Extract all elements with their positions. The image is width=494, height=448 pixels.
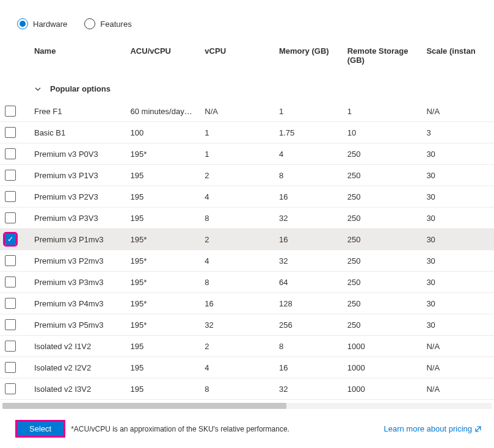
cell-memory: 32 <box>274 208 343 229</box>
group-label: Popular options <box>50 84 111 93</box>
table-row[interactable]: ✓Premium v3 P1mv3195*21625030 <box>0 229 494 250</box>
cell-vcpu: 8 <box>200 378 274 400</box>
row-checkbox[interactable] <box>5 191 16 202</box>
sku-table: Name ACU/vCPU vCPU Memory (GB) Remote St… <box>0 40 494 406</box>
cell-scale: 30 <box>421 143 494 165</box>
select-button[interactable]: Select <box>17 422 64 436</box>
cell-acu: 60 minutes/day… <box>125 101 200 122</box>
cell-remote: 250 <box>343 143 422 165</box>
cell-name: Premium v3 P3V3 <box>29 208 126 229</box>
table-row[interactable]: Premium v3 P3mv3195*86425030 <box>0 272 494 293</box>
cell-name: Premium v3 P2V3 <box>29 186 126 208</box>
cell-vcpu: N/A <box>200 101 274 122</box>
row-checkbox[interactable]: ✓ <box>5 234 16 245</box>
row-checkbox[interactable] <box>5 383 16 394</box>
row-checkbox[interactable] <box>5 362 16 373</box>
cell-acu: 195 <box>125 186 200 208</box>
cell-vcpu: 4 <box>200 357 274 378</box>
cell-remote: 1000 <box>343 357 422 378</box>
cell-memory: 16 <box>274 357 343 378</box>
cell-acu: 195 <box>125 378 200 400</box>
cell-name: Premium v3 P5mv3 <box>29 314 126 336</box>
cell-vcpu: 4 <box>200 250 274 272</box>
footnote-text: *ACU/vCPU is an approximation of the SKU… <box>71 425 289 433</box>
table-row[interactable]: Premium v3 P4mv3195*1612825030 <box>0 293 494 314</box>
cell-acu: 100 <box>125 122 200 143</box>
cell-remote: 250 <box>343 165 422 186</box>
radio-label: Features <box>100 20 131 29</box>
table-row[interactable]: Premium v3 P0V3195*1425030 <box>0 143 494 165</box>
row-checkbox[interactable] <box>5 148 16 159</box>
row-checkbox[interactable] <box>5 170 16 181</box>
cell-name: Isolated v2 I1V2 <box>29 336 126 357</box>
cell-vcpu: 32 <box>200 314 274 336</box>
row-checkbox[interactable] <box>5 106 16 117</box>
cell-vcpu: 2 <box>200 229 274 250</box>
table-row[interactable]: Premium v3 P3V319583225030 <box>0 208 494 229</box>
table-row[interactable]: Isolated v2 I2V21954161000N/A <box>0 357 494 378</box>
table-scroll[interactable]: Name ACU/vCPU vCPU Memory (GB) Remote St… <box>0 40 494 406</box>
row-checkbox[interactable] <box>5 276 16 287</box>
col-remote[interactable]: Remote Storage (GB) <box>343 40 422 77</box>
horizontal-scrollbar[interactable] <box>2 403 492 409</box>
radio-hardware[interactable]: Hardware <box>17 18 67 29</box>
table-row[interactable]: Basic B110011.75103 <box>0 122 494 143</box>
row-checkbox[interactable] <box>5 127 16 138</box>
cell-acu: 195* <box>125 250 200 272</box>
learn-more-link[interactable]: Learn more about pricing <box>383 424 482 433</box>
cell-name: Premium v3 P0V3 <box>29 143 126 165</box>
table-row[interactable]: Isolated v2 I1V2195281000N/A <box>0 336 494 357</box>
cell-acu: 195 <box>125 208 200 229</box>
table-row[interactable]: Premium v3 P2mv3195*43225030 <box>0 250 494 272</box>
view-radio-group: Hardware Features <box>0 0 494 40</box>
table-row[interactable]: Premium v3 P5mv3195*3225625030 <box>0 314 494 336</box>
radio-features[interactable]: Features <box>84 18 131 29</box>
cell-name: Premium v3 P3mv3 <box>29 272 126 293</box>
cell-memory: 8 <box>274 336 343 357</box>
cell-scale: 30 <box>421 250 494 272</box>
cell-memory: 256 <box>274 314 343 336</box>
cell-remote: 10 <box>343 122 422 143</box>
col-scale[interactable]: Scale (instan <box>421 40 494 77</box>
scrollbar-thumb[interactable] <box>2 403 286 409</box>
cell-acu: 195* <box>125 272 200 293</box>
cell-remote: 250 <box>343 208 422 229</box>
table-row[interactable]: Premium v3 P2V319541625030 <box>0 186 494 208</box>
cell-acu: 195 <box>125 336 200 357</box>
col-vcpu[interactable]: vCPU <box>200 40 274 77</box>
cell-name: Basic B1 <box>29 122 126 143</box>
cell-name: Premium v3 P2mv3 <box>29 250 126 272</box>
cell-name: Premium v3 P1mv3 <box>29 229 126 250</box>
row-checkbox[interactable] <box>5 255 16 266</box>
cell-memory: 128 <box>274 293 343 314</box>
cell-vcpu: 8 <box>200 272 274 293</box>
row-checkbox[interactable] <box>5 341 16 352</box>
cell-remote: 1 <box>343 101 422 122</box>
cell-remote: 250 <box>343 186 422 208</box>
row-checkbox[interactable] <box>5 319 16 330</box>
cell-scale: N/A <box>421 101 494 122</box>
footer: Select *ACU/vCPU is an approximation of … <box>0 417 494 436</box>
cell-memory: 32 <box>274 378 343 400</box>
table-row[interactable]: Free F160 minutes/day…N/A11N/A <box>0 101 494 122</box>
table-row[interactable]: Isolated v2 I3V21958321000N/A <box>0 378 494 400</box>
cell-remote: 1000 <box>343 378 422 400</box>
cell-acu: 195 <box>125 165 200 186</box>
cell-scale: N/A <box>421 336 494 357</box>
chevron-down-icon <box>34 85 42 93</box>
cell-memory: 1 <box>274 101 343 122</box>
cell-vcpu: 4 <box>200 186 274 208</box>
row-checkbox[interactable] <box>5 212 16 223</box>
table-row[interactable]: Premium v3 P1V31952825030 <box>0 165 494 186</box>
cell-scale: 30 <box>421 229 494 250</box>
cell-vcpu: 1 <box>200 143 274 165</box>
group-popular[interactable]: Popular options <box>0 77 494 101</box>
row-checkbox[interactable] <box>5 298 16 309</box>
cell-remote: 250 <box>343 272 422 293</box>
col-name[interactable]: Name <box>29 40 126 77</box>
cell-memory: 32 <box>274 250 343 272</box>
external-link-icon <box>474 425 482 433</box>
col-memory[interactable]: Memory (GB) <box>274 40 343 77</box>
col-acu[interactable]: ACU/vCPU <box>125 40 200 77</box>
cell-vcpu: 1 <box>200 122 274 143</box>
